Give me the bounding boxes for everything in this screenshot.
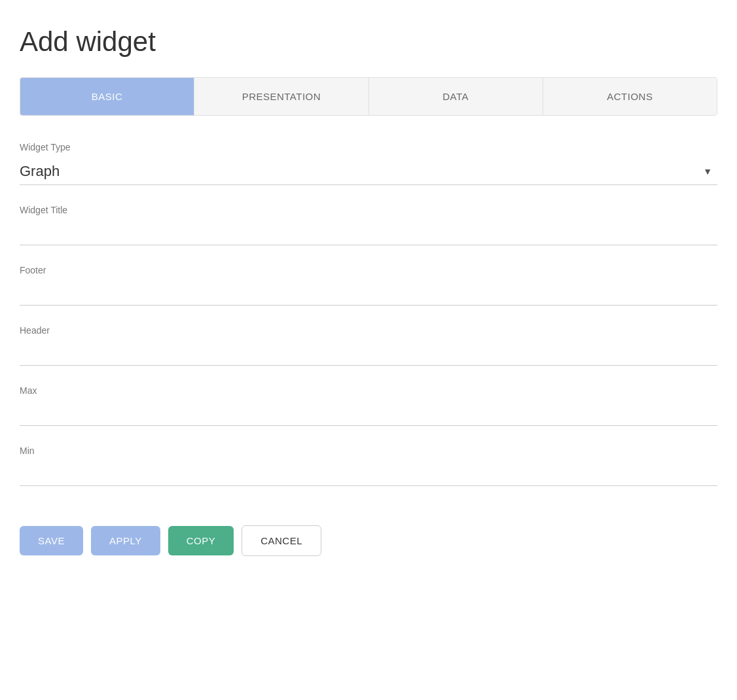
max-group: Max bbox=[20, 385, 717, 426]
widget-type-select-wrapper: Graph Chart Table Text Gauge ▼ bbox=[20, 158, 717, 185]
save-button[interactable]: SAVE bbox=[20, 526, 83, 555]
min-input[interactable] bbox=[20, 461, 717, 486]
tab-basic[interactable]: BASIC bbox=[20, 78, 194, 115]
footer-group: Footer bbox=[20, 265, 717, 306]
copy-button[interactable]: COPY bbox=[168, 526, 234, 555]
header-label: Header bbox=[20, 325, 717, 336]
tab-presentation[interactable]: PRESENTATION bbox=[194, 78, 368, 115]
footer-input[interactable] bbox=[20, 281, 717, 306]
page-title: Add widget bbox=[20, 26, 717, 58]
cancel-button[interactable]: CANCEL bbox=[242, 525, 321, 556]
buttons-row: SAVE APPLY COPY CANCEL bbox=[20, 525, 717, 569]
tab-actions[interactable]: ACTIONS bbox=[543, 78, 717, 115]
tabs-bar: BASIC PRESENTATION DATA ACTIONS bbox=[20, 77, 717, 116]
widget-title-label: Widget Title bbox=[20, 205, 717, 215]
max-label: Max bbox=[20, 385, 717, 396]
widget-type-group: Widget Type Graph Chart Table Text Gauge… bbox=[20, 142, 717, 185]
form-section: Widget Type Graph Chart Table Text Gauge… bbox=[20, 142, 717, 486]
min-label: Min bbox=[20, 446, 717, 456]
apply-button[interactable]: APPLY bbox=[91, 526, 160, 555]
footer-label: Footer bbox=[20, 265, 717, 275]
header-group: Header bbox=[20, 325, 717, 366]
max-input[interactable] bbox=[20, 401, 717, 426]
min-group: Min bbox=[20, 446, 717, 486]
header-input[interactable] bbox=[20, 341, 717, 366]
widget-type-label: Widget Type bbox=[20, 142, 717, 152]
widget-title-input[interactable] bbox=[20, 220, 717, 245]
widget-title-group: Widget Title bbox=[20, 205, 717, 245]
tab-data[interactable]: DATA bbox=[369, 78, 543, 115]
widget-type-select[interactable]: Graph Chart Table Text Gauge bbox=[20, 158, 717, 185]
